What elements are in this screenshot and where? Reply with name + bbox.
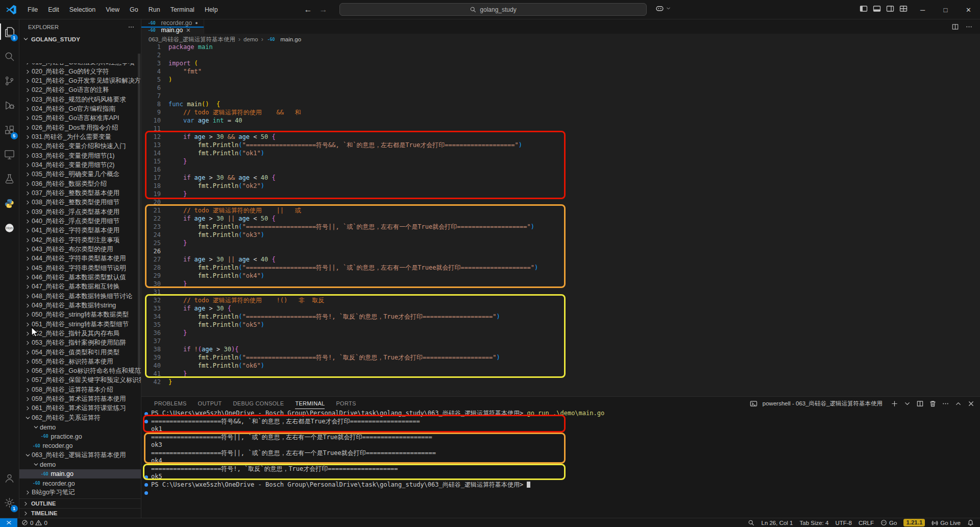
tree-item-folder[interactable]: 037_尚硅谷_整数类型基本使用: [19, 188, 141, 198]
terminal-output[interactable]: PS C:\Users\wxe5szh\OneDrive - Bosch Gro…: [141, 410, 980, 518]
tree-item-file[interactable]: -GOrecoder.go: [19, 441, 141, 450]
activity-settings-gear-icon[interactable]: 1: [0, 490, 19, 515]
tree-item-folder[interactable]: 023_尚硅谷_规范的代码风格要求: [19, 95, 141, 104]
section-outline[interactable]: OUTLINE: [19, 498, 141, 508]
activity-testing-flask-icon[interactable]: [0, 166, 19, 191]
tree-item-file[interactable]: -GOpractice.go: [19, 432, 141, 441]
tree-item-folder[interactable]: B站go学习笔记: [19, 488, 141, 497]
more-actions-icon[interactable]: [128, 23, 135, 31]
layout-panel-icon[interactable]: [873, 5, 881, 13]
tree-item-folder[interactable]: 033_尚硅谷_变量使用细节(1): [19, 151, 141, 160]
tree-item-folder[interactable]: 019_尚硅谷_Go语法要求和注意事项: [19, 63, 141, 67]
panel-tab-problems[interactable]: PROBLEMS: [154, 397, 187, 410]
activity-files-icon[interactable]: 1: [0, 19, 19, 44]
status-0[interactable]: 0: [21, 519, 33, 526]
back-arrow-icon[interactable]: ←: [304, 5, 312, 14]
tree-item-file[interactable]: -GOrecorder.go: [19, 478, 141, 488]
layout-grid-icon[interactable]: [899, 5, 908, 13]
tree-item-folder[interactable]: 058_尚硅谷_运算符基本介绍: [19, 385, 141, 394]
forward-arrow-icon[interactable]: →: [320, 5, 328, 14]
tree-item-folder[interactable]: 042_尚硅谷_字符类型注意事项: [19, 235, 141, 245]
status-utf-8[interactable]: UTF-8: [835, 520, 852, 526]
tab-recorder.go[interactable]: -GOrecorder.go●: [141, 19, 204, 27]
tree-item-folder[interactable]: 049_尚硅谷_基本数据转string: [19, 301, 141, 310]
tree-item-folder[interactable]: 026_尚硅谷_Dos常用指令介绍: [19, 123, 141, 132]
tree-item-folder[interactable]: 032_尚硅谷_变量介绍和快速入门: [19, 142, 141, 151]
tree-item-folder[interactable]: demo: [19, 422, 141, 432]
panel-tab-ports[interactable]: PORTS: [336, 397, 356, 410]
tree-item-folder[interactable]: 020_尚硅谷_Go的转义字符: [19, 67, 141, 76]
status-crlf[interactable]: CRLF: [859, 520, 874, 526]
plus-icon[interactable]: [891, 400, 898, 408]
tree-item-folder[interactable]: 046_尚硅谷_基本数据类型默认值: [19, 273, 141, 282]
maximize-button[interactable]: □: [934, 0, 957, 19]
tree-item-folder[interactable]: 055_尚硅谷_标识符基本使用: [19, 357, 141, 366]
breadcrumb-folder[interactable]: 063_尚硅谷_逻辑运算符基本使用: [149, 36, 235, 43]
tree-item-folder[interactable]: 043_尚硅谷_布尔类型的使用: [19, 245, 141, 254]
breadcrumb-file[interactable]: main.go: [280, 36, 301, 42]
tree-item-folder[interactable]: 047_尚硅谷_基本数据相互转换: [19, 282, 141, 292]
copilot-button[interactable]: [655, 4, 671, 13]
tree-item-folder[interactable]: 036_尚硅谷_数据类型介绍: [19, 179, 141, 188]
tree-item-folder[interactable]: 031.尚硅谷_为什么需要变量: [19, 132, 141, 141]
tree-item-folder[interactable]: 034_尚硅谷_变量使用细节(2): [19, 160, 141, 170]
activity-remote-explorer-icon[interactable]: [0, 142, 19, 166]
tree-item-folder[interactable]: 039_尚硅谷_浮点类型基本使用: [19, 207, 141, 217]
close-button[interactable]: ✕: [957, 0, 980, 19]
tree-item-folder[interactable]: 044_尚硅谷_字符串类型基本使用: [19, 254, 141, 264]
activity-extensions-icon[interactable]: 5: [0, 117, 19, 142]
menu-edit[interactable]: Edit: [43, 4, 64, 15]
breadcrumb-sub[interactable]: demo: [243, 36, 258, 42]
status-tab-size-4[interactable]: Tab Size: 4: [800, 520, 829, 526]
minimize-button[interactable]: ─: [911, 0, 934, 19]
menu-terminal[interactable]: Terminal: [166, 4, 199, 15]
tree-item-folder[interactable]: 050_尚硅谷_string转基本数据类型: [19, 310, 141, 320]
trash-icon[interactable]: [929, 400, 937, 408]
tree-item-folder[interactable]: 062_尚硅谷_关系运算符: [19, 413, 141, 422]
tree-item-folder[interactable]: 053_尚硅谷_指针案例和使用陷阱: [19, 339, 141, 348]
close-icon[interactable]: [967, 400, 975, 408]
tab-main.go[interactable]: -GOmain.go✕: [141, 27, 204, 34]
command-center-search[interactable]: golang_study: [339, 3, 647, 16]
sidebar-scrollbar[interactable]: [138, 54, 140, 375]
menu-view[interactable]: View: [101, 4, 124, 15]
status-bell-icon[interactable]: [967, 519, 974, 526]
activity-source-control-icon[interactable]: [0, 68, 19, 93]
tree-item-folder[interactable]: 038_尚硅谷_整数类型使用细节: [19, 198, 141, 207]
code-editor[interactable]: 1package main23import (4 "fmt"5)678func …: [141, 43, 980, 386]
tree-item-file[interactable]: -GOmain.go: [19, 469, 141, 478]
menu-help[interactable]: Help: [200, 4, 223, 15]
section-timeline[interactable]: TIMELINE: [19, 508, 141, 518]
status-1.21.1[interactable]: 1.21.1: [903, 519, 925, 526]
tree-item-folder[interactable]: 054_尚硅谷_值类型和引用类型: [19, 348, 141, 357]
tree-item-folder[interactable]: 041_尚硅谷_字符类型基本使用: [19, 226, 141, 235]
activity-run-debug-icon[interactable]: [0, 93, 19, 117]
menu-file[interactable]: File: [23, 4, 42, 15]
remote-indicator[interactable]: [0, 518, 17, 527]
activity-hon-extension-icon[interactable]: Hon: [0, 215, 19, 240]
more-icon[interactable]: [942, 400, 949, 408]
workspace-root-row[interactable]: GOLANG_STUDY: [19, 34, 141, 44]
terminal-title[interactable]: powershell - 063_尚硅谷_逻辑运算符基本使用: [763, 400, 883, 408]
activity-account-icon[interactable]: [0, 466, 19, 490]
menu-run[interactable]: Run: [144, 4, 165, 15]
tree-item-folder[interactable]: 035_尚硅谷_明确变量几个概念: [19, 170, 141, 179]
layout-sidebar-icon[interactable]: [860, 5, 868, 13]
status-ln-26-col-1[interactable]: Ln 26, Col 1: [761, 520, 793, 526]
layout-sidebar-right-icon[interactable]: [886, 5, 894, 13]
chevron-up-icon[interactable]: [954, 400, 962, 408]
tree-item-folder[interactable]: 056_尚硅谷_Go标识符命名特点和规范: [19, 367, 141, 376]
panel-tab-debug-console[interactable]: DEBUG CONSOLE: [233, 397, 284, 410]
status-go-live[interactable]: Go Live: [932, 519, 961, 526]
chevron-down-icon[interactable]: [903, 400, 911, 408]
tree-item-folder[interactable]: 040_尚硅谷_浮点类型使用细节: [19, 217, 141, 226]
menu-go[interactable]: Go: [125, 4, 143, 15]
panel-tab-terminal[interactable]: TERMINAL: [295, 397, 325, 410]
tree-item-folder[interactable]: demo: [19, 460, 141, 469]
panel-tab-output[interactable]: OUTPUT: [198, 397, 222, 410]
menu-selection[interactable]: Selection: [65, 4, 100, 15]
tree-item-folder[interactable]: 045_尚硅谷_字符串类型细节说明: [19, 264, 141, 273]
status-magnifier-icon[interactable]: [748, 519, 754, 526]
activity-search-icon[interactable]: [0, 44, 19, 68]
split-editor-icon[interactable]: [951, 23, 959, 31]
